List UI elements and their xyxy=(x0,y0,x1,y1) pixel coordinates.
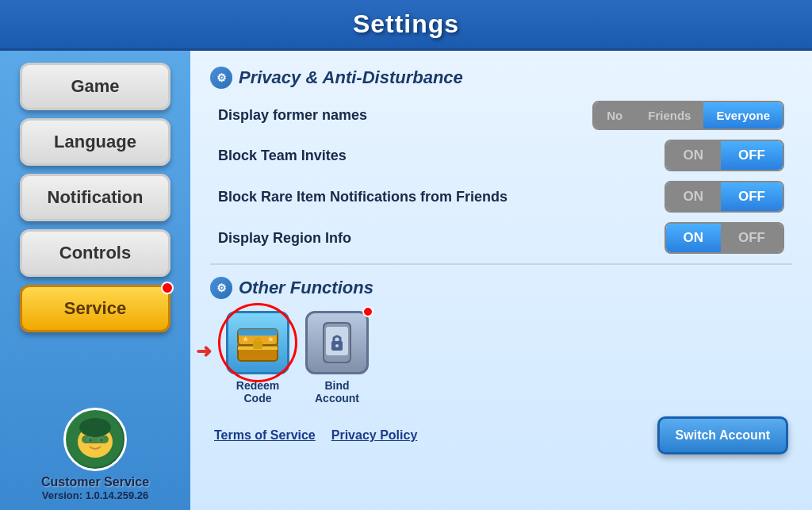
privacy-section-header: ⚙ Privacy & Anti-Disturbance xyxy=(210,67,792,89)
toggle-off-rare[interactable]: OFF xyxy=(721,182,783,211)
avatar xyxy=(63,408,127,471)
privacy-section-title: Privacy & Anti-Disturbance xyxy=(239,67,463,88)
sidebar-item-game[interactable]: Game xyxy=(20,63,170,110)
bind-svg xyxy=(320,320,354,365)
toggle-everyone[interactable]: Everyone xyxy=(703,102,783,128)
display-region-label: Display Region Info xyxy=(218,230,351,247)
block-rare-item-toggle[interactable]: ON OFF xyxy=(665,181,785,213)
terms-of-service-link[interactable]: Terms of Service xyxy=(214,428,316,443)
arrow-indicator: ➜ xyxy=(196,340,212,362)
redeem-code-icon-box[interactable]: ★ ★ xyxy=(226,311,289,374)
toggle-on-rare[interactable]: ON xyxy=(666,182,722,211)
privacy-policy-link[interactable]: Privacy Policy xyxy=(331,428,418,443)
other-functions-title: Other Functions xyxy=(239,278,373,298)
main-layout: Game Language Notification Controls Serv… xyxy=(0,51,812,510)
bind-account-icon-box[interactable] xyxy=(305,311,369,374)
toggle-no[interactable]: No xyxy=(594,102,635,128)
avatar-icon xyxy=(67,412,123,467)
display-former-names-label: Display former names xyxy=(218,107,367,124)
svg-text:★: ★ xyxy=(267,335,274,343)
toggle-friends[interactable]: Friends xyxy=(635,102,703,128)
sidebar-item-controls[interactable]: Controls xyxy=(20,229,170,277)
block-team-invites-row: Block Team Invites ON OFF xyxy=(210,140,792,171)
toggle-off-region[interactable]: OFF xyxy=(721,224,783,252)
bind-account-label: BindAccount xyxy=(315,379,359,405)
toggle-on-team[interactable]: ON xyxy=(666,141,722,170)
sidebar-item-service[interactable]: Service xyxy=(20,285,170,332)
redeem-code-item[interactable]: ➜ xyxy=(226,311,289,405)
section-divider xyxy=(210,263,792,265)
svg-rect-15 xyxy=(253,341,262,349)
toggle-on-region[interactable]: ON xyxy=(666,224,722,252)
block-rare-item-label: Block Rare Item Notifications from Frien… xyxy=(218,189,508,205)
bind-account-item[interactable]: BindAccount xyxy=(305,311,369,405)
functions-grid: ➜ xyxy=(210,311,792,405)
redeem-code-label: RedeemCode xyxy=(236,379,279,405)
other-functions-icon: ⚙ xyxy=(210,277,232,299)
bottom-links: Terms of Service Privacy Policy Switch A… xyxy=(210,416,792,454)
sidebar: Game Language Notification Controls Serv… xyxy=(0,51,190,510)
svg-rect-8 xyxy=(83,428,107,432)
redeem-icon-wrapper: ★ ★ xyxy=(226,311,289,374)
block-team-invites-toggle[interactable]: ON OFF xyxy=(665,140,785,171)
display-former-names-row: Display former names No Friends Everyone xyxy=(210,101,792,130)
block-rare-item-row: Block Rare Item Notifications from Frien… xyxy=(210,181,792,213)
customer-service-label: Customer Service xyxy=(41,475,149,489)
bind-notification-dot xyxy=(362,306,373,317)
notification-dot xyxy=(161,282,174,294)
header: Settings xyxy=(0,0,812,51)
display-region-toggle[interactable]: ON OFF xyxy=(665,222,785,254)
toggle-off-team[interactable]: OFF xyxy=(721,141,783,170)
display-region-row: Display Region Info ON OFF xyxy=(210,222,792,254)
display-former-names-toggle[interactable]: No Friends Everyone xyxy=(592,101,784,130)
content-area: ⚙ Privacy & Anti-Disturbance Display for… xyxy=(190,51,812,510)
chest-svg: ★ ★ xyxy=(234,321,282,365)
version-label: Version: 1.0.14.259.26 xyxy=(41,489,149,501)
bind-icon-wrapper xyxy=(305,311,369,374)
svg-text:★: ★ xyxy=(242,335,249,343)
block-team-invites-label: Block Team Invites xyxy=(218,148,347,164)
privacy-icon: ⚙ xyxy=(210,67,232,89)
customer-service-section: Customer Service Version: 1.0.14.259.26 xyxy=(41,408,149,501)
svg-point-23 xyxy=(335,344,339,347)
other-functions-header: ⚙ Other Functions xyxy=(210,277,792,299)
sidebar-item-notification[interactable]: Notification xyxy=(20,174,170,221)
sidebar-item-language[interactable]: Language xyxy=(20,118,170,166)
page-title: Settings xyxy=(353,10,459,38)
switch-account-button[interactable]: Switch Account xyxy=(657,416,788,454)
link-group: Terms of Service Privacy Policy xyxy=(214,428,417,443)
sidebar-service-wrapper: Service xyxy=(20,285,170,332)
